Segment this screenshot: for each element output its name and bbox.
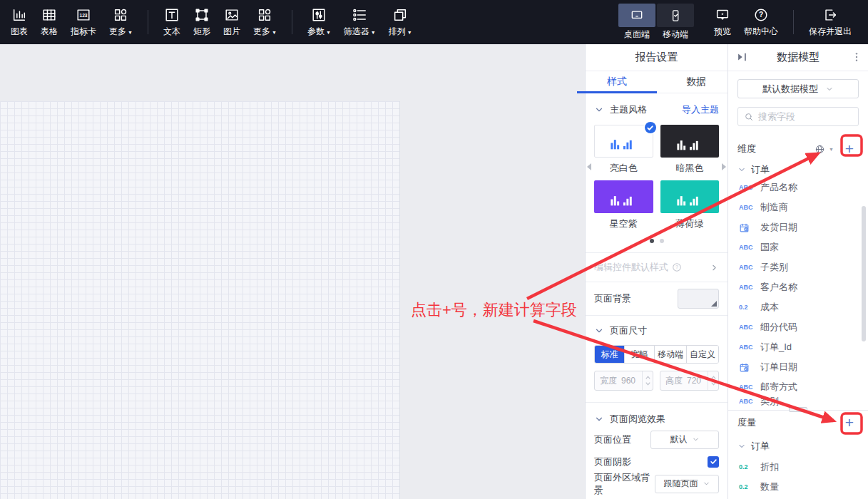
dimension-field-row[interactable]: 发货日期 (737, 217, 859, 237)
page-size-tab[interactable]: 自定义 (687, 346, 718, 363)
toolbar-button[interactable]: 图表 (4, 6, 34, 38)
text-icon (163, 6, 180, 24)
toolbar-button-label: 参数 (307, 26, 325, 38)
edit-widget-default-style-row[interactable]: 编辑控件默认样式 ? (594, 253, 719, 282)
page-size-tab[interactable]: 宽幅 (625, 346, 655, 363)
data-model-select-value: 默认数据模型 (762, 83, 818, 96)
dimension-field-row[interactable]: ABC 产品名称 (737, 178, 859, 197)
toolbar-action-label: 帮助中心 (744, 26, 778, 38)
svg-text:123: 123 (79, 13, 87, 18)
field-type-icon: 0.2 (739, 483, 756, 490)
settings-tab[interactable]: 样式 (577, 71, 657, 93)
page-size-tab[interactable]: 标准 (595, 346, 625, 363)
measure-field-row[interactable]: 0.2 数量 (737, 477, 859, 497)
page-shadow-label: 页面阴影 (594, 456, 631, 468)
dimension-group-order[interactable]: 订单 (737, 162, 859, 178)
field-type-icon: 0.2 (739, 463, 756, 470)
field-label: 产品名称 (760, 181, 797, 194)
theme-card[interactable]: 暗黑色 (660, 125, 720, 175)
page-position-select[interactable]: 默认 (650, 431, 719, 449)
table-icon (41, 6, 58, 24)
toolbar-button[interactable]: 更多▼ (247, 6, 283, 38)
page-outer-bg-value: 跟随页面 (664, 478, 698, 490)
collapse-panel-icon[interactable] (735, 51, 748, 63)
dimension-field-row[interactable]: ABC 类别 (737, 397, 859, 406)
dimension-field-row[interactable]: ABC 子类别 (737, 257, 859, 277)
dimension-field-row[interactable]: ABC 制造商 (737, 197, 859, 217)
selected-check-icon (643, 120, 658, 135)
field-search-input[interactable] (758, 111, 852, 122)
add-dimension-field-button[interactable]: + (840, 140, 859, 158)
toolbar-action-button[interactable]: ? 帮助中心 (737, 6, 785, 38)
page-size-section-header[interactable]: 页面尺寸 (594, 324, 719, 337)
toolbar-button[interactable]: 更多▼ (103, 6, 139, 38)
dimension-field-row[interactable]: ABC 邮寄方式 (737, 377, 859, 397)
page-size-inputs: 宽度 960 高度 720 (594, 371, 719, 391)
theme-card[interactable]: 薄荷绿 (660, 180, 720, 230)
vertical-scrollbar[interactable] (862, 206, 866, 341)
carousel-dot[interactable] (660, 239, 664, 243)
settings-tab[interactable]: 数据 (657, 71, 737, 93)
toolbar-action-button[interactable]: 预览 (708, 6, 737, 38)
page-shadow-row: 页面阴影 (594, 451, 719, 473)
measure-rows: 0.2 折扣 0.2 数量 (737, 457, 859, 497)
splitter-handle[interactable] (789, 407, 807, 412)
help-icon: ? (752, 6, 770, 24)
toolbar-button[interactable]: 表格 (34, 6, 64, 38)
page-size-tab[interactable]: 移动端 (655, 346, 687, 363)
data-model-select[interactable]: 默认数据模型 (737, 79, 859, 98)
stepper-arrows-icon[interactable] (642, 371, 653, 390)
toolbar-button-label: 图片 (223, 26, 240, 38)
measure-group-order[interactable]: 订单 (737, 438, 859, 454)
data-model-title: 数据模型 (777, 51, 820, 64)
dimension-field-row[interactable]: ABC 客户名称 (737, 277, 859, 297)
theme-card[interactable]: 亮白色 (594, 125, 653, 175)
toolbar-button[interactable]: 参数▼ (301, 6, 337, 38)
chevron-right-icon (710, 263, 719, 272)
dimension-field-row[interactable]: 订单日期 (737, 357, 859, 377)
globe-icon[interactable] (815, 144, 825, 155)
stepper-arrows-icon[interactable] (708, 371, 718, 390)
carousel-prev-icon[interactable] (587, 163, 591, 170)
height-stepper[interactable]: 高度 720 (660, 371, 719, 391)
svg-text:?: ? (675, 264, 678, 269)
toolbar-button[interactable]: 筛选器▼ (337, 6, 382, 38)
width-stepper[interactable]: 宽度 960 (594, 371, 653, 391)
device-toggle-button[interactable]: 移动端 (657, 4, 694, 41)
carousel-dot[interactable] (650, 239, 654, 243)
field-label: 客户名称 (760, 281, 797, 294)
chart-icon (11, 6, 28, 24)
chevron-down-icon: ▼ (371, 30, 376, 35)
page-shadow-checkbox[interactable] (708, 456, 719, 468)
dimension-field-row[interactable]: ABC 细分代码 (737, 317, 859, 337)
dimension-field-row[interactable]: 0.2 成本 (737, 297, 859, 317)
measures-title: 度量 (737, 416, 756, 429)
carousel-next-icon[interactable] (722, 163, 726, 170)
page-outer-bg-select[interactable]: 跟随页面 (655, 475, 719, 493)
chevron-down-icon (594, 414, 604, 424)
toolbar-button[interactable]: 图片 (217, 6, 247, 38)
report-page-grid[interactable] (0, 101, 400, 499)
mini-bar-chart-icon (608, 192, 639, 208)
device-toggle-button[interactable]: 桌面端 (618, 4, 655, 41)
theme-style-section-header[interactable]: 主题风格 导入主题 (594, 103, 719, 116)
toolbar-group-charts: 图表 表格 123 指标卡 更多▼ (4, 6, 139, 38)
toolbar-button[interactable]: 文本 (157, 6, 187, 38)
save-and-exit-button[interactable]: 保存并退出 (802, 6, 858, 38)
page-background-color-picker[interactable] (678, 289, 719, 309)
add-measure-field-button[interactable]: + (840, 413, 859, 432)
dimension-field-row[interactable]: ABC 国家 (737, 237, 859, 257)
page-view-section-header[interactable]: 页面阅览效果 (594, 413, 719, 426)
import-theme-link[interactable]: 导入主题 (682, 103, 719, 116)
dimension-field-row[interactable]: ABC 订单_Id (737, 337, 859, 357)
toolbar-button[interactable]: 排列▼ (382, 6, 419, 38)
kebab-menu-icon[interactable] (851, 51, 862, 63)
dimensions-list: 订单 ABC 产品名称 ABC 制造商 发货日期 (737, 162, 859, 406)
measure-field-row[interactable]: 0.2 折扣 (737, 457, 859, 477)
toolbar-button[interactable]: 123 指标卡 (64, 6, 103, 38)
top-toolbar: 图表 表格 123 指标卡 更多▼ 文本 (0, 0, 868, 44)
theme-card[interactable]: 星空紫 (594, 180, 653, 230)
page-background-row: 页面背景 (594, 282, 719, 315)
arrange-icon (392, 6, 409, 24)
toolbar-button[interactable]: 矩形 (187, 6, 217, 38)
